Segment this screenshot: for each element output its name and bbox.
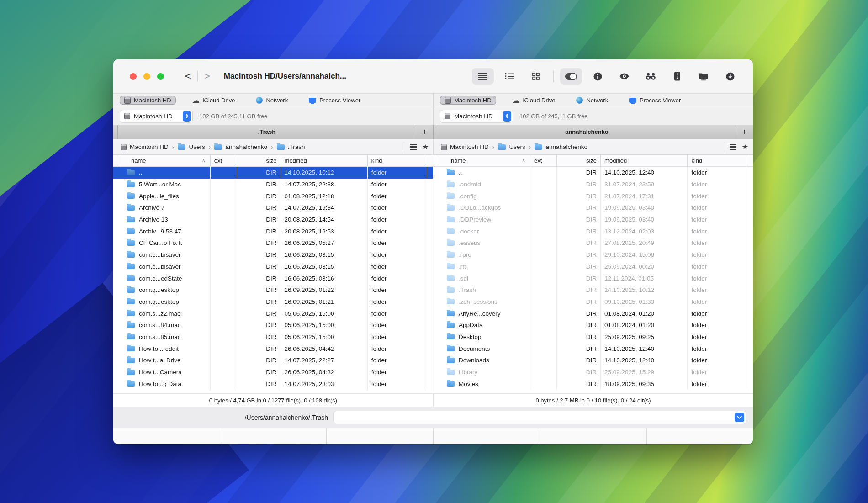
new-tab-button[interactable]: + <box>416 125 433 139</box>
favorite-tab[interactable]: Macintosh HD <box>120 96 176 105</box>
breadcrumb-item[interactable]: Macintosh HD <box>121 143 178 151</box>
table-row[interactable]: Documents DIR 14.10.2025, 12:40 folder <box>433 343 753 355</box>
table-row[interactable]: com.e...edState DIR 16.06.2025, 03:16 fo… <box>113 272 433 284</box>
command-input-field[interactable] <box>333 411 746 424</box>
row-gutter <box>747 190 753 202</box>
minimize-button[interactable] <box>143 73 150 80</box>
forward-button[interactable]: > <box>204 71 210 81</box>
favorite-star-icon[interactable]: ★ <box>742 143 748 151</box>
table-row[interactable]: Downloads DIR 14.10.2025, 12:40 folder <box>433 355 753 366</box>
favorite-tab[interactable]: iCloud Drive <box>188 96 240 105</box>
function-button[interactable] <box>326 428 433 444</box>
table-row[interactable]: .android DIR 31.07.2024, 23:59 folder <box>433 179 753 191</box>
drive-stepper-icon[interactable]: ∧∨ <box>183 111 191 122</box>
table-row[interactable]: com.s...84.mac DIR 05.06.2025, 15:00 fol… <box>113 319 433 331</box>
table-row[interactable]: com.q...esktop DIR 16.09.2025, 01:22 fol… <box>113 284 433 296</box>
breadcrumb-item[interactable]: annahalchenko <box>214 143 276 151</box>
favorite-star-icon[interactable]: ★ <box>422 143 429 151</box>
column-header-modified[interactable]: modified <box>281 155 367 166</box>
drive-stepper-icon[interactable]: ∧∨ <box>503 111 511 122</box>
table-row[interactable]: Movies DIR 18.09.2025, 09:35 folder <box>433 378 753 390</box>
table-row[interactable]: How t...al Drive DIR 14.07.2025, 22:27 f… <box>113 355 433 366</box>
table-row[interactable]: Desktop DIR 25.09.2025, 09:25 folder <box>433 331 753 343</box>
table-row[interactable]: How t...Camera DIR 26.06.2025, 04:32 fol… <box>113 366 433 378</box>
table-row[interactable]: .DDPreview DIR 19.09.2025, 03:40 folder <box>433 214 753 226</box>
table-row[interactable]: .zsh_sessions DIR 09.10.2025, 01:33 fold… <box>433 296 753 308</box>
dual-pane-toggle-button[interactable] <box>560 68 582 85</box>
path-menu-icon[interactable] <box>410 144 417 150</box>
path-menu-icon[interactable] <box>730 144 736 150</box>
table-row[interactable]: Archiv...9.53.47 DIR 20.08.2025, 19:53 f… <box>113 225 433 237</box>
drive-select[interactable]: Macintosh HD ∧∨ <box>120 110 193 123</box>
table-row[interactable]: Archive 7 DIR 14.07.2025, 19:34 folder <box>113 202 433 214</box>
function-button[interactable] <box>646 428 753 444</box>
table-row[interactable]: com.e...bisaver DIR 16.06.2025, 03:15 fo… <box>113 261 433 273</box>
pane-tab-title[interactable]: .Trash <box>118 125 416 139</box>
breadcrumb-item[interactable]: Users <box>178 143 214 151</box>
function-button[interactable] <box>540 428 646 444</box>
table-row[interactable]: .Trash DIR 14.10.2025, 10:12 folder <box>433 284 753 296</box>
table-row[interactable]: .. DIR 14.10.2025, 10:12 folder <box>113 167 433 179</box>
detail-list-button[interactable] <box>498 68 520 85</box>
breadcrumb-item[interactable]: Users <box>498 143 535 151</box>
column-header-size[interactable]: size <box>237 155 281 166</box>
back-button[interactable]: < <box>185 71 191 81</box>
table-row[interactable]: .rtt DIR 25.09.2024, 00:20 folder <box>433 261 753 273</box>
command-history-button[interactable] <box>735 413 744 422</box>
table-row[interactable]: AppData DIR 01.08.2024, 01:20 folder <box>433 319 753 331</box>
favorite-tab[interactable]: Network <box>572 96 613 105</box>
info-button[interactable] <box>587 68 609 85</box>
favorite-tab[interactable]: Process Viewer <box>304 96 365 105</box>
function-button[interactable] <box>113 428 220 444</box>
preview-eye-button[interactable] <box>613 68 635 85</box>
column-header-ext[interactable]: ext <box>210 155 237 166</box>
table-row[interactable]: com.q...esktop DIR 16.09.2025, 01:21 fol… <box>113 296 433 308</box>
column-header-size[interactable]: size <box>556 155 600 166</box>
download-button[interactable] <box>719 68 741 85</box>
list-view-button[interactable] <box>472 68 494 85</box>
table-row[interactable]: How to...reddit DIR 26.06.2025, 04:42 fo… <box>113 343 433 355</box>
table-row[interactable]: .config DIR 21.07.2024, 17:31 folder <box>433 190 753 202</box>
table-row[interactable]: .rpro DIR 29.10.2024, 15:06 folder <box>433 249 753 261</box>
new-tab-button[interactable]: + <box>736 125 753 139</box>
table-row[interactable]: .DDLo...ackups DIR 19.09.2025, 03:40 fol… <box>433 202 753 214</box>
table-row[interactable]: AnyRe...covery DIR 01.08.2024, 01:20 fol… <box>433 307 753 319</box>
favorite-tab[interactable]: Process Viewer <box>625 96 685 105</box>
pane-tab-title[interactable]: annahalchenko <box>438 125 736 139</box>
favorite-tab[interactable]: iCloud Drive <box>508 96 560 105</box>
table-row[interactable]: .docker DIR 13.12.2024, 02:03 folder <box>433 225 753 237</box>
breadcrumb-item[interactable]: Macintosh HD <box>441 143 498 151</box>
function-button[interactable] <box>433 428 540 444</box>
table-row[interactable]: 5 Wort...or Mac DIR 14.07.2025, 22:38 fo… <box>113 179 433 191</box>
breadcrumb-item[interactable]: annahalchenko <box>535 143 587 150</box>
column-header-name[interactable]: name∧ <box>437 155 530 166</box>
table-row[interactable]: .easeus DIR 27.08.2025, 20:49 folder <box>433 237 753 249</box>
table-row[interactable]: com.e...bisaver DIR 16.06.2025, 03:15 fo… <box>113 249 433 261</box>
command-input[interactable] <box>339 413 735 421</box>
table-row[interactable]: com.s...85.mac DIR 05.06.2025, 15:00 fol… <box>113 331 433 343</box>
drive-select[interactable]: Macintosh HD ∧∨ <box>440 110 513 123</box>
column-header-kind[interactable]: kind <box>687 155 747 166</box>
table-row[interactable]: CF Car...o Fix It DIR 26.06.2025, 05:27 … <box>113 237 433 249</box>
grid-view-button[interactable] <box>525 68 547 85</box>
column-header-name[interactable]: name∧ <box>117 155 210 166</box>
column-header-kind[interactable]: kind <box>367 155 427 166</box>
table-row[interactable]: Archive 13 DIR 20.08.2025, 14:54 folder <box>113 214 433 226</box>
column-header-ext[interactable]: ext <box>530 155 556 166</box>
network-folder-button[interactable] <box>693 68 715 85</box>
favorite-tab[interactable]: Macintosh HD <box>440 96 496 105</box>
table-row[interactable]: Library DIR 25.09.2025, 15:29 folder <box>433 366 753 378</box>
archive-zip-button[interactable] <box>666 68 688 85</box>
column-header-modified[interactable]: modified <box>600 155 687 166</box>
function-button[interactable] <box>220 428 327 444</box>
zoom-button[interactable] <box>157 73 164 80</box>
table-row[interactable]: Apple...le_files DIR 01.08.2025, 12:18 f… <box>113 190 433 202</box>
table-row[interactable]: How to...g Data DIR 14.07.2025, 23:03 fo… <box>113 378 433 390</box>
table-row[interactable]: .. DIR 14.10.2025, 12:40 folder <box>433 167 753 179</box>
breadcrumb-item[interactable]: .Trash <box>277 143 305 150</box>
favorite-tab[interactable]: Network <box>251 96 292 105</box>
table-row[interactable]: com.s...z2.mac DIR 05.06.2025, 15:00 fol… <box>113 307 433 319</box>
search-binoculars-button[interactable] <box>640 68 662 85</box>
close-button[interactable] <box>130 73 137 80</box>
table-row[interactable]: .sdl DIR 12.11.2024, 01:05 folder <box>433 272 753 284</box>
